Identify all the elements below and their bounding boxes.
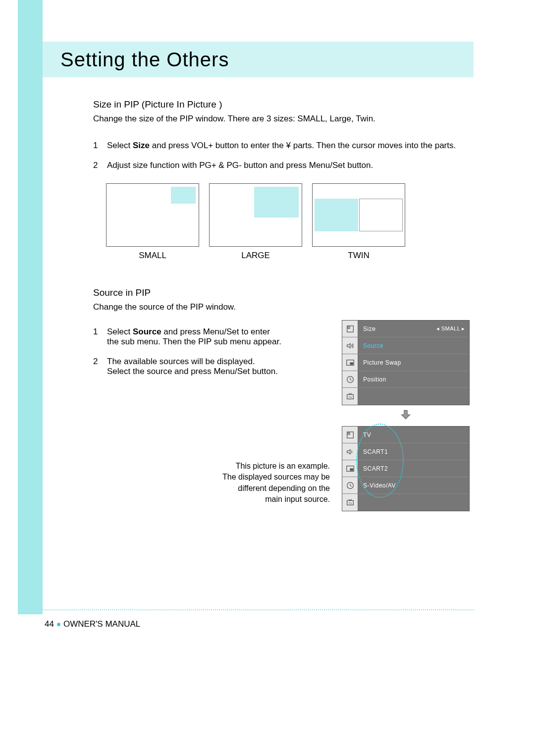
- page-number: 44: [45, 619, 54, 629]
- step-number: 1: [93, 327, 107, 347]
- pip-icon: [342, 460, 358, 477]
- pip-icon: [342, 354, 358, 371]
- section1-title: Size in PIP (Picture In Picture ): [93, 99, 470, 110]
- section2-step2: 2 The available sources will be displaye…: [93, 357, 281, 377]
- screen-icon: [342, 427, 358, 443]
- diagram-twin: TWIN: [312, 183, 405, 261]
- footer-label: OWNER'S MANUAL: [63, 619, 140, 629]
- tv-icon: TV: [342, 388, 358, 405]
- clock-icon: [342, 477, 358, 493]
- step-number: 1: [93, 141, 107, 151]
- osd-row: TV: [342, 427, 469, 443]
- svg-rect-3: [350, 363, 353, 365]
- page-title: Setting the Others: [60, 49, 229, 71]
- svg-text:TV: TV: [348, 502, 352, 505]
- step-number: 2: [93, 161, 107, 170]
- footer: 44 OWNER'S MANUAL: [45, 619, 140, 629]
- section2-desc: Change the source of the PIP window.: [93, 302, 470, 312]
- svg-rect-8: [348, 432, 350, 434]
- osd-row: Position: [342, 371, 469, 388]
- osd-menu-2: TV SCART1 SCART2 S-Video/AV TV: [342, 426, 470, 511]
- osd-row: TV: [342, 494, 469, 511]
- example-note: This picture is an example. The displaye…: [211, 461, 330, 505]
- osd-menu-1: Size ◂ SMALL ▸ Source Picture Swap Posit…: [342, 320, 470, 405]
- section1-desc: Change the size of the PIP window. There…: [93, 114, 470, 124]
- osd-row: TV: [342, 388, 469, 405]
- section1-step2: 2 Adjust size function with PG+ & PG- bu…: [93, 161, 470, 170]
- diagram-small: SMALL: [106, 183, 199, 261]
- osd-row: S-Video/AV: [342, 477, 469, 494]
- step-text: Adjust size function with PG+ & PG- butt…: [107, 161, 373, 170]
- step-text: Select Source and press Menu/Set to ente…: [107, 327, 281, 347]
- arrow-down-icon: [342, 408, 470, 423]
- step-text: The available sources will be displayed.…: [107, 357, 278, 377]
- pip-size-diagrams: SMALL LARGE TWIN: [106, 183, 470, 261]
- clock-icon: [342, 371, 358, 387]
- svg-rect-10: [350, 469, 353, 471]
- osd-row: Picture Swap: [342, 354, 469, 371]
- osd-row: SCART2: [342, 460, 469, 477]
- svg-text:TV: TV: [348, 396, 352, 399]
- svg-rect-1: [348, 326, 350, 328]
- page-title-bar: Setting the Others: [43, 42, 474, 77]
- step-number: 2: [93, 357, 107, 377]
- side-accent: [18, 0, 43, 614]
- tv-icon: TV: [342, 494, 358, 511]
- section1-step1: 1 Select Size and press VOL+ button to e…: [93, 141, 470, 151]
- screen-icon: [342, 321, 358, 337]
- speaker-icon: [342, 337, 358, 354]
- diagram-large: LARGE: [209, 183, 302, 261]
- dot-icon: [57, 623, 60, 626]
- step-text: Select Size and press VOL+ button to ent…: [107, 141, 456, 151]
- osd-row: Size ◂ SMALL ▸: [342, 321, 469, 337]
- section2-title: Source in PIP: [93, 287, 470, 298]
- section2-step1: 1 Select Source and press Menu/Set to en…: [93, 327, 281, 347]
- osd-row: SCART1: [342, 443, 469, 460]
- speaker-icon: [342, 443, 358, 460]
- osd-row: Source: [342, 337, 469, 354]
- footer-divider: [43, 609, 474, 610]
